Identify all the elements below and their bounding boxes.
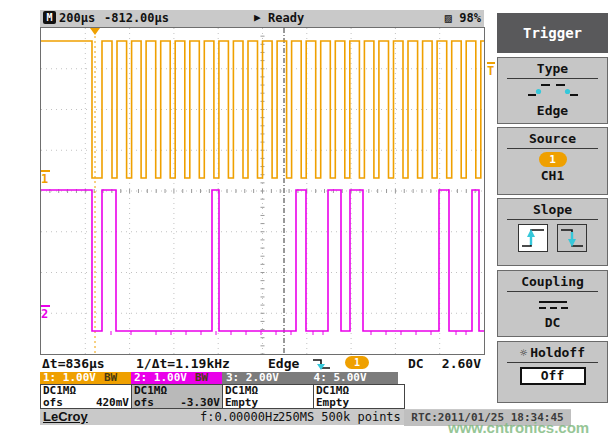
sample-rate-info: 250MS 500k points bbox=[278, 410, 401, 424]
source-label: Source bbox=[498, 128, 607, 146]
divider bbox=[507, 291, 598, 292]
measurement-bar: Δt=836µs 1/Δt=1.19kHz Edge 1 DC 2.60V bbox=[40, 355, 484, 372]
ch2-level-marker[interactable]: 2 bbox=[41, 305, 50, 320]
frequency-counter: f:0.00000Hz bbox=[200, 410, 279, 424]
ch1-header[interactable]: 1: 1.00VBW bbox=[40, 372, 131, 384]
trigger-coupling-value: DC bbox=[408, 356, 424, 371]
trigger-slope-button[interactable]: Slope bbox=[497, 198, 608, 266]
channel-header-strip: 1: 1.00VBW 2: 1.00VBW 3: 2.00V 4: 5.00V bbox=[40, 372, 484, 384]
ch1-info-box[interactable]: DC1MΩ ofs420mV bbox=[40, 384, 132, 409]
ch34-header[interactable]: 3: 2.00V 4: 5.00V bbox=[222, 372, 398, 384]
divider bbox=[507, 362, 598, 363]
edge-type-icon bbox=[498, 82, 607, 103]
ch2-ofs-value: -3.30V bbox=[180, 397, 220, 409]
source-channel-badge: 1 bbox=[539, 152, 567, 167]
ch4-status: Empty bbox=[316, 397, 349, 409]
ch3-scale: 3: 2.00V bbox=[226, 371, 279, 384]
coupling-value: DC bbox=[498, 315, 607, 330]
timebase-mode-icon: M bbox=[43, 11, 56, 24]
acquisition-status: Ready bbox=[268, 11, 304, 25]
dc-coupling-icon bbox=[498, 296, 607, 315]
run-status-icon: ▶ bbox=[254, 11, 261, 24]
gear-icon: ☼ bbox=[520, 346, 527, 360]
trigger-source-button[interactable]: Source 1 CH1 bbox=[497, 127, 608, 195]
trigger-source-badge: 1 bbox=[345, 356, 369, 369]
ch3-info-box[interactable]: DC1MΩ Empty bbox=[222, 384, 314, 409]
trigger-holdoff-button[interactable]: ☼Holdoff Off bbox=[497, 341, 608, 403]
trigger-type-button[interactable]: Type Edge bbox=[497, 57, 608, 124]
trigger-coupling-button[interactable]: Coupling DC bbox=[497, 270, 608, 337]
delta-t-value: Δt=836µs bbox=[42, 356, 105, 371]
ch2-bw-flag: BW bbox=[195, 371, 208, 384]
slope-label: Slope bbox=[498, 199, 607, 217]
falling-slope-icon[interactable] bbox=[557, 224, 587, 252]
inverse-delta-t-value: 1/Δt=1.19kHz bbox=[136, 356, 230, 371]
trigger-menu-title-label: Trigger bbox=[523, 25, 582, 41]
trigger-level-marker[interactable]: T bbox=[487, 62, 495, 77]
brightness-icon: ▨ bbox=[445, 11, 452, 25]
trigger-delay-value: -812.00µs bbox=[104, 11, 169, 25]
ch2-ofs-label: ofs bbox=[134, 397, 154, 409]
trigger-level-value: 2.60V bbox=[442, 356, 481, 371]
brand-logo: LeCroy bbox=[43, 409, 88, 424]
type-value: Edge bbox=[498, 103, 607, 118]
timebase-value: 200µs bbox=[59, 11, 95, 25]
trigger-type-label: Edge bbox=[268, 356, 299, 371]
ch2-header[interactable]: 2: 1.00VBW bbox=[131, 372, 222, 384]
top-status-bar: M 200µs -812.00µs ▶ Ready ▨ 98% bbox=[40, 10, 484, 27]
watermark: www.cntronics.com bbox=[448, 419, 589, 436]
ch2-info-box[interactable]: DC1MΩ ofs-3.30V bbox=[131, 384, 223, 409]
battery-level: 98% bbox=[459, 11, 481, 25]
rising-slope-icon[interactable] bbox=[518, 224, 548, 252]
divider bbox=[507, 78, 598, 79]
source-value: CH1 bbox=[498, 168, 607, 183]
ch1-bw-flag: BW bbox=[104, 371, 117, 384]
divider bbox=[507, 148, 598, 149]
ch1-ofs-value: 420mV bbox=[96, 397, 129, 409]
coupling-label: Coupling bbox=[498, 271, 607, 289]
waveform-display bbox=[40, 27, 485, 355]
ch4-info-box[interactable]: DC1MΩ Empty bbox=[313, 384, 405, 409]
ch2-scale: 2: 1.00V bbox=[134, 371, 187, 384]
ch1-scale: 1: 1.00V bbox=[43, 371, 96, 384]
holdoff-value-box[interactable]: Off bbox=[520, 367, 586, 385]
trigger-menu-title: Trigger bbox=[497, 13, 608, 53]
ch1-ofs-label: ofs bbox=[43, 397, 63, 409]
ch4-scale: 4: 5.00V bbox=[314, 371, 367, 384]
ch2-marker-label: 2 bbox=[41, 307, 48, 321]
ch1-marker-label: 1 bbox=[41, 172, 48, 186]
type-label: Type bbox=[498, 58, 607, 76]
ch1-level-marker[interactable]: 1 bbox=[41, 170, 50, 185]
divider bbox=[507, 219, 598, 220]
holdoff-label: Holdoff bbox=[530, 345, 585, 360]
ch3-status: Empty bbox=[225, 397, 258, 409]
trigger-marker-label: T bbox=[487, 64, 494, 78]
